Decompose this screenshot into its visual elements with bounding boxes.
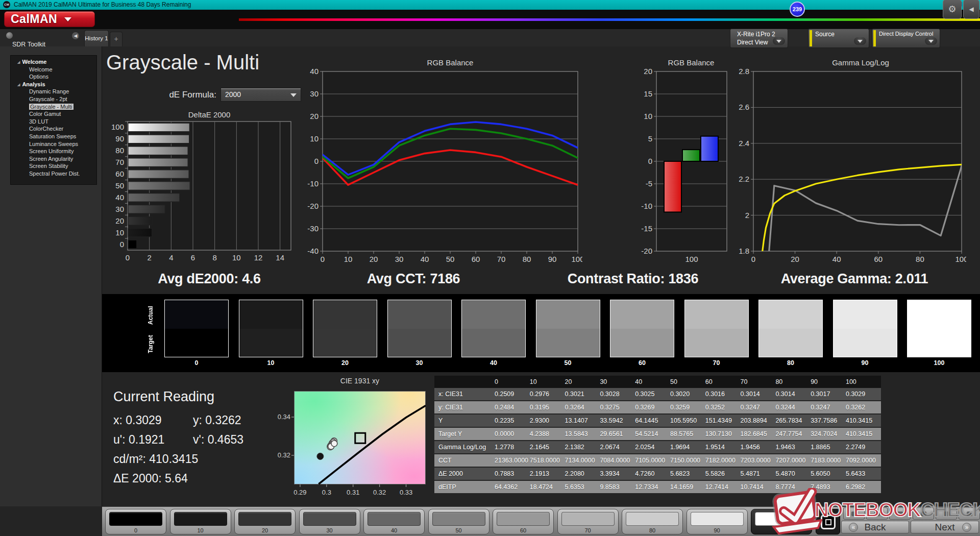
meter-selector[interactable]: X-Rite i1Pro 2 Direct View [730,29,788,48]
rgb-balance-line-chart: 403020100-10-20-30-400102030405060708090… [305,55,582,269]
reading-luminance: cd/m²: 410.3415 [113,452,198,466]
chevron-down-icon[interactable] [925,37,937,45]
measure-transport-button-4[interactable] [913,507,934,520]
pattern-swatch [368,512,421,526]
tree-item-options[interactable]: Options [11,73,96,81]
tree-group-analysis[interactable]: ◢Analysis [11,81,96,88]
tree-item-welcome[interactable]: Welcome [11,66,96,74]
table-cell: 64.4362 [495,481,530,493]
tab-history-1[interactable]: History 1 [84,30,109,46]
table-cell: 2.2080 [565,468,600,480]
pattern-level-button-20[interactable]: 20 [234,509,296,534]
tree-item-screen-uniformity[interactable]: Screen Uniformity [11,148,96,155]
settings-gear-button[interactable]: ⚙ [943,0,962,19]
window-title: CalMAN 2019 CalMAN Ultimate for Business… [14,1,191,8]
target-patch [610,329,674,357]
actual-patch [388,300,451,329]
svg-text:70: 70 [497,255,506,263]
swatch-level-label: 0 [164,359,229,367]
svg-text:40: 40 [310,67,318,76]
sidebar-collapse-icon[interactable]: ◀ [72,32,79,39]
display-control-selector[interactable]: Direct Display Control [872,29,940,48]
actual-patch [313,300,377,329]
pattern-level-button-100[interactable]: 100 [751,509,812,534]
gear-icon: ⚙ [948,4,956,14]
tree-item-3d-lut[interactable]: 3D LUT [11,118,96,126]
table-cell: 7.4893 [811,481,846,493]
tree-item-colorchecker[interactable]: ColorChecker [11,125,96,133]
svg-text:100: 100 [111,123,124,131]
rainbow-gradient-bar [239,18,980,21]
pattern-swatch [174,512,227,526]
table-cell: 7084.0000 [600,454,635,467]
tree-item-dynamic-range[interactable]: Dynamic Range [11,88,96,95]
table-cell: 54.5214 [635,428,670,440]
chevron-down-icon[interactable] [773,37,785,45]
pattern-level-button-70[interactable]: 70 [557,509,619,534]
panel-collapse-button[interactable]: ◀ [963,0,979,19]
table-cell: 0.3244 [775,401,811,413]
pattern-level-button-90[interactable]: 90 [687,509,748,534]
table-cell: 0.3275 [600,401,635,413]
grayscale-swatch-50 [536,300,600,357]
chevron-down-icon[interactable] [854,37,866,45]
back-button[interactable]: « Back [841,521,909,533]
pattern-level-button-30[interactable]: 30 [299,509,360,534]
measure-transport-button-5[interactable] [936,507,957,520]
calman-menu-button[interactable]: CalMAN [4,11,95,27]
pattern-level-button-10[interactable]: 10 [170,509,231,534]
table-header-cell: 80 [775,376,811,388]
measure-transport-button-1[interactable] [843,507,865,520]
table-row: x: CIE310.25090.29760.30210.30280.30250.… [434,388,881,401]
tree-item-luminance-sweeps[interactable]: Luminance Sweeps [11,140,96,148]
meter-count-badge[interactable]: 239 [790,2,805,17]
table-header-row: 0102030405060708090100 [434,376,881,388]
svg-text:20: 20 [370,255,378,263]
window-pattern-button[interactable] [816,509,840,534]
transport-icon [897,511,903,516]
svg-text:1.8: 1.8 [739,247,749,255]
tree-group-welcome[interactable]: ◢Welcome [11,58,96,66]
measure-transport-button-2[interactable] [866,507,888,520]
gamma-loglog-chart: 2.82.62.42.221.8020406080100 [736,55,966,269]
deltae-chart-svg: 024681012140102030405060708090100 [109,108,296,265]
measure-transport-button-6[interactable] [959,507,980,520]
tree-item-color-gamut[interactable]: Color Gamut [11,110,96,118]
transport-icon [944,511,949,516]
actual-patch [908,300,971,329]
svg-text:80: 80 [916,255,924,263]
tree-item-saturation-sweeps[interactable]: Saturation Sweeps [11,133,96,140]
tab-add-button[interactable]: + [110,32,122,46]
svg-text:2: 2 [745,211,749,220]
tree-item-grayscale-2pt[interactable]: Grayscale - 2pt [11,95,96,103]
table-cell: 0.2235 [495,415,530,427]
source-selector[interactable]: Source [808,29,869,48]
tree-expander-icon: ◢ [17,60,20,64]
page-title: Grayscale - Multi [106,51,259,74]
tree-item-spectral-power[interactable]: Spectral Power Dist. [11,170,96,178]
tree-item-grayscale-multi[interactable]: Grayscale - Multi [11,103,96,111]
tree-item-screen-stability[interactable]: Screen Stability [11,162,96,170]
panel-dot-icon[interactable] [6,32,13,39]
table-cell: 13.5843 [565,428,600,440]
rgb_balance_line-svg: 403020100-10-20-30-400102030405060708090… [305,55,582,266]
tree-item-screen-angularity[interactable]: Screen Angularity [11,155,96,163]
rgb-bar-svg: 20151050-5-10-15-20100 [636,55,732,266]
pattern-level-button-60[interactable]: 60 [493,509,554,534]
reading-delta-e: ΔE 2000: 5.64 [113,472,188,485]
svg-text:0.33: 0.33 [400,489,412,496]
bar-red [664,161,681,212]
pattern-level-button-0[interactable]: 0 [105,509,166,534]
table-cell: 0.2509 [495,388,530,400]
table-cell: 0.3252 [705,401,741,413]
target-patch [313,329,377,357]
table-cell: 0.2976 [530,388,565,400]
pattern-level-button-80[interactable]: 80 [622,509,683,534]
pattern-level-button-50[interactable]: 50 [428,509,489,534]
measure-transport-button-3[interactable] [889,507,911,520]
chevron-down-icon [64,17,71,21]
next-button[interactable]: Next » [911,521,979,533]
de-formula-dropdown[interactable]: 2000 [220,88,301,102]
pattern-level-button-40[interactable]: 40 [363,509,425,534]
table-cell: 410.3415 [846,415,881,427]
